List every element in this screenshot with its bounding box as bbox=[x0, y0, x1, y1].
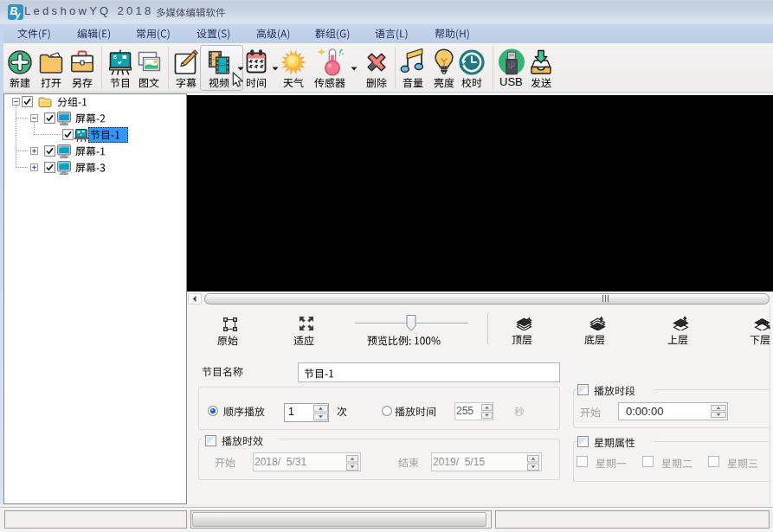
svg-text:y: y bbox=[15, 10, 21, 20]
